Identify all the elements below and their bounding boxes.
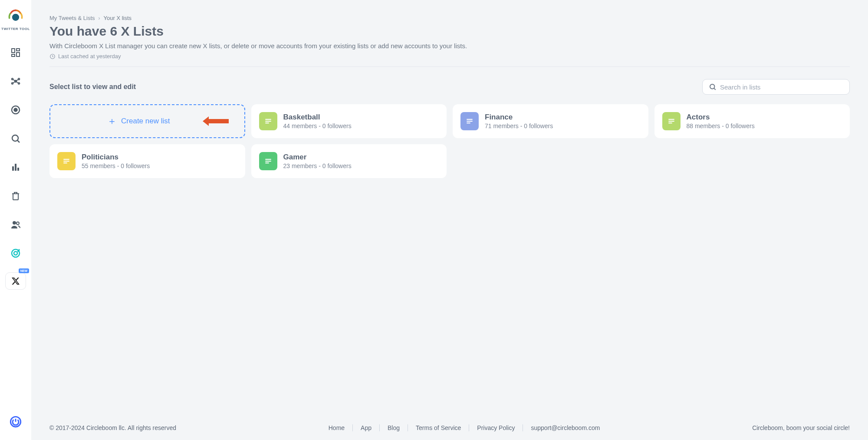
svg-rect-2 bbox=[16, 49, 20, 51]
svg-point-16 bbox=[12, 135, 18, 141]
nav-network[interactable] bbox=[6, 72, 25, 91]
clock-icon bbox=[49, 53, 56, 60]
breadcrumb-current: Your X lists bbox=[104, 15, 132, 21]
search-field[interactable] bbox=[702, 79, 850, 95]
footer-link-privacy[interactable]: Privacy Policy bbox=[469, 424, 523, 431]
svg-rect-18 bbox=[12, 166, 14, 171]
footer-links: Home App Blog Terms of Service Privacy P… bbox=[321, 424, 608, 431]
nav-trash[interactable] bbox=[6, 186, 25, 205]
create-list-card[interactable]: ＋ Create new list bbox=[49, 104, 245, 138]
svg-rect-3 bbox=[16, 53, 20, 56]
arrow-left-icon bbox=[202, 115, 230, 127]
search-icon bbox=[709, 83, 717, 91]
logo-icon bbox=[8, 9, 23, 24]
footer-link-home[interactable]: Home bbox=[321, 424, 352, 431]
new-badge: NEW bbox=[19, 268, 29, 273]
footer: © 2017-2024 Circleboom llc. All rights r… bbox=[49, 411, 850, 431]
nav-target[interactable] bbox=[6, 244, 25, 263]
footer-tagline: Circleboom, boom your social circle! bbox=[752, 424, 850, 431]
sidebar: TWITTER TOOL NEW bbox=[0, 0, 31, 440]
footer-link-app[interactable]: App bbox=[352, 424, 379, 431]
page-subtitle: With Circleboom X List manager you can c… bbox=[49, 42, 850, 50]
list-card-actors[interactable]: Actors 88 members - 0 followers bbox=[654, 104, 850, 138]
list-meta: 55 members - 0 followers bbox=[82, 162, 150, 169]
list-icon bbox=[662, 112, 681, 130]
svg-rect-20 bbox=[17, 168, 19, 171]
list-icon bbox=[259, 112, 277, 130]
svg-point-0 bbox=[12, 14, 19, 21]
nav-users[interactable] bbox=[6, 215, 25, 234]
list-name: Finance bbox=[485, 113, 553, 122]
brand-label: TWITTER TOOL bbox=[1, 27, 30, 31]
list-name: Basketball bbox=[283, 113, 352, 122]
svg-line-30 bbox=[714, 88, 715, 89]
svg-rect-1 bbox=[12, 49, 15, 53]
list-meta: 71 members - 0 followers bbox=[485, 122, 553, 129]
list-meta: 88 members - 0 followers bbox=[687, 122, 755, 129]
svg-rect-21 bbox=[13, 194, 18, 200]
nav-power[interactable] bbox=[6, 412, 25, 431]
list-icon bbox=[460, 112, 479, 130]
search-input[interactable] bbox=[720, 83, 843, 91]
list-meta: 44 members - 0 followers bbox=[283, 122, 352, 129]
list-icon bbox=[57, 152, 76, 170]
section-title: Select list to view and edit bbox=[49, 83, 136, 91]
main-content: My Tweets & Lists › Your X lists You hav… bbox=[31, 0, 868, 440]
list-card-gamer[interactable]: Gamer 23 members - 0 followers bbox=[251, 144, 447, 178]
list-card-finance[interactable]: Finance 71 members - 0 followers bbox=[453, 104, 648, 138]
svg-rect-4 bbox=[12, 54, 15, 56]
footer-link-support[interactable]: support@circleboom.com bbox=[523, 424, 608, 431]
cache-text: Last cached at yesterday bbox=[58, 53, 121, 60]
nav-analytics[interactable] bbox=[6, 158, 25, 177]
chevron-right-icon: › bbox=[99, 15, 100, 21]
nav-search[interactable] bbox=[6, 129, 25, 148]
svg-point-22 bbox=[13, 221, 16, 225]
list-card-basketball[interactable]: Basketball 44 members - 0 followers bbox=[251, 104, 447, 138]
footer-link-terms[interactable]: Terms of Service bbox=[408, 424, 469, 431]
svg-point-29 bbox=[710, 84, 715, 89]
svg-point-23 bbox=[16, 222, 19, 225]
lists-grid: ＋ Create new list Basketball 44 members … bbox=[49, 104, 850, 178]
list-card-politicians[interactable]: Politicians 55 members - 0 followers bbox=[49, 144, 245, 178]
list-meta: 23 members - 0 followers bbox=[283, 162, 352, 169]
nav-circle[interactable] bbox=[6, 100, 25, 119]
brand-logo[interactable]: TWITTER TOOL bbox=[1, 9, 30, 31]
create-list-label: Create new list bbox=[121, 117, 170, 126]
list-name: Gamer bbox=[283, 153, 352, 162]
footer-copyright: © 2017-2024 Circleboom llc. All rights r… bbox=[49, 424, 176, 431]
svg-point-25 bbox=[14, 251, 17, 255]
svg-rect-19 bbox=[15, 164, 16, 171]
svg-point-15 bbox=[14, 109, 17, 112]
plus-icon: ＋ bbox=[107, 116, 117, 126]
footer-link-blog[interactable]: Blog bbox=[379, 424, 408, 431]
page-title: You have 6 X Lists bbox=[49, 24, 850, 39]
nav-dashboard[interactable] bbox=[6, 43, 25, 62]
breadcrumb-parent[interactable]: My Tweets & Lists bbox=[49, 15, 95, 21]
list-icon bbox=[259, 152, 277, 170]
list-name: Politicians bbox=[82, 153, 150, 162]
list-name: Actors bbox=[687, 113, 755, 122]
cache-info: Last cached at yesterday bbox=[49, 53, 850, 60]
nav-x[interactable]: NEW bbox=[5, 272, 26, 290]
divider bbox=[49, 66, 850, 67]
svg-line-17 bbox=[18, 141, 20, 143]
breadcrumb: My Tweets & Lists › Your X lists bbox=[49, 15, 850, 21]
